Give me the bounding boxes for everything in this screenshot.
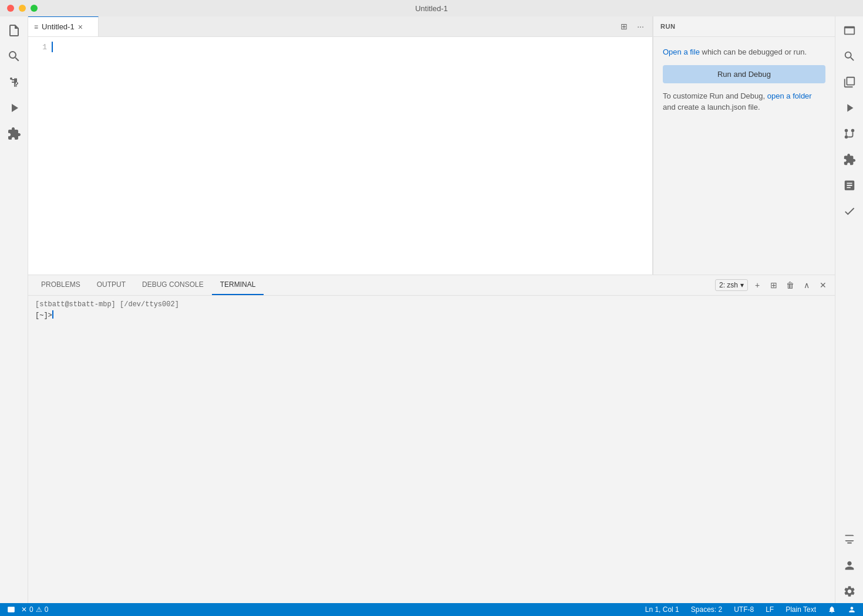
svg-point-0 <box>844 136 848 139</box>
chevron-down-icon: ▾ <box>740 281 744 289</box>
svg-point-1 <box>851 129 854 133</box>
run-right-icon[interactable] <box>838 96 861 120</box>
right-sidebar <box>835 16 863 603</box>
warning-count: 0 <box>45 605 49 614</box>
cursor-line <box>52 42 652 52</box>
search-right-icon[interactable] <box>838 45 861 68</box>
svg-point-2 <box>844 129 848 133</box>
close-button[interactable] <box>7 5 14 12</box>
terminal-user-host: [stbatt@stbatt-mbp] [/dev/ttys002] <box>35 299 179 310</box>
remote-explorer-icon[interactable] <box>838 19 861 42</box>
bottom-panel: PROBLEMS OUTPUT DEBUG CONSOLE TERMINAL 2… <box>28 275 835 345</box>
line-ending[interactable]: LF <box>763 605 776 614</box>
cursor-position[interactable]: Ln 1, Col 1 <box>643 605 682 614</box>
error-icon: ✕ <box>21 605 27 614</box>
notifications-icon[interactable] <box>825 605 838 614</box>
remote-status-item[interactable] <box>5 605 18 614</box>
warning-icon: ⚠ <box>36 605 42 614</box>
split-terminal-button[interactable]: ⊞ <box>767 278 781 292</box>
test-icon[interactable] <box>838 199 861 223</box>
search-icon[interactable] <box>2 45 26 68</box>
terminal-panel-icon[interactable] <box>838 528 861 551</box>
window-title: Untitled-1 <box>415 4 448 13</box>
extensions-icon[interactable] <box>2 122 26 145</box>
line-numbers: 1 <box>28 37 52 275</box>
tab-terminal[interactable]: TERMINAL <box>212 275 264 295</box>
terminal-line-1: [stbatt@stbatt-mbp] [/dev/ttys002] <box>35 299 828 310</box>
status-right: Ln 1, Col 1 Spaces: 2 UTF-8 LF Plain Tex… <box>643 605 858 614</box>
titlebar: Untitled-1 <box>0 0 863 16</box>
add-terminal-button[interactable]: + <box>750 278 764 292</box>
open-folder-link[interactable]: open a folder <box>767 92 812 100</box>
extensions-right-icon[interactable] <box>838 148 861 171</box>
terminal-prompt: [~]> <box>35 310 52 321</box>
timeline-icon[interactable] <box>838 70 861 94</box>
tab-output[interactable]: OUTPUT <box>89 275 134 295</box>
below-panel-area <box>28 345 835 603</box>
more-actions-button[interactable]: ··· <box>633 19 648 33</box>
maximize-button[interactable] <box>31 5 38 12</box>
run-panel-description: Open a file which can be debugged or run… <box>663 46 825 58</box>
run-debug-activity-icon[interactable] <box>2 96 26 120</box>
run-panel-content: Open a file which can be debugged or run… <box>653 37 835 123</box>
terminal-content[interactable]: [stbatt@stbatt-mbp] [/dev/ttys002] [~]> <box>28 296 835 345</box>
notebook-icon[interactable] <box>838 174 861 197</box>
language-mode[interactable]: Plain Text <box>783 605 818 614</box>
tab-bar: ≡ Untitled-1 × ⊞ ··· <box>28 16 652 37</box>
error-count: 0 <box>29 605 33 614</box>
status-bar: ✕ 0 ⚠ 0 Ln 1, Col 1 Spaces: 2 UTF-8 LF P… <box>0 603 863 616</box>
terminal-selector[interactable]: 2: zsh ▾ <box>715 279 748 291</box>
settings-icon[interactable] <box>838 580 861 603</box>
traffic-lights <box>7 5 38 12</box>
editor-content[interactable]: 1 <box>28 37 652 275</box>
content-area: ≡ Untitled-1 × ⊞ ··· 1 <box>28 16 863 603</box>
status-left: ✕ 0 ⚠ 0 <box>5 605 48 614</box>
tab-close-button[interactable]: × <box>78 23 83 31</box>
indentation[interactable]: Spaces: 2 <box>689 605 724 614</box>
editor-container: ≡ Untitled-1 × ⊞ ··· 1 <box>28 16 835 275</box>
errors-warnings[interactable]: ✕ 0 ⚠ 0 <box>21 605 48 614</box>
editor-tab-untitled[interactable]: ≡ Untitled-1 × <box>28 16 99 36</box>
text-cursor <box>52 42 53 52</box>
minimize-button[interactable] <box>19 5 26 12</box>
open-file-link[interactable]: Open a file <box>663 48 700 56</box>
run-panel: RUN Open a file which can be debugged or… <box>653 16 835 275</box>
run-customize-description: To customize Run and Debug, open a folde… <box>663 90 825 113</box>
encoding[interactable]: UTF-8 <box>731 605 756 614</box>
tab-actions: ⊞ ··· <box>617 16 652 36</box>
run-panel-header: RUN <box>653 16 835 37</box>
explorer-icon[interactable] <box>2 19 26 42</box>
main-layout: ≡ Untitled-1 × ⊞ ··· 1 <box>0 16 863 603</box>
editor-textarea[interactable] <box>52 37 652 275</box>
split-editor-button[interactable]: ⊞ <box>617 19 631 33</box>
source-control-icon[interactable] <box>2 70 26 94</box>
run-and-debug-button[interactable]: Run and Debug <box>663 65 825 83</box>
activity-bar <box>0 16 28 603</box>
delete-terminal-button[interactable]: 🗑 <box>783 278 797 292</box>
tab-label: Untitled-1 <box>42 22 75 31</box>
tab-problems[interactable]: PROBLEMS <box>33 275 89 295</box>
git-icon[interactable] <box>838 122 861 145</box>
editor-panel-area: ≡ Untitled-1 × ⊞ ··· 1 <box>28 16 835 603</box>
terminal-cursor <box>52 310 53 319</box>
maximize-panel-button[interactable]: ∧ <box>800 278 814 292</box>
panel-tab-actions: 2: zsh ▾ + ⊞ 🗑 ∧ ✕ <box>715 278 835 292</box>
tab-debug-console[interactable]: DEBUG CONSOLE <box>134 275 212 295</box>
panel-tabs: PROBLEMS OUTPUT DEBUG CONSOLE TERMINAL 2… <box>28 275 835 296</box>
close-panel-button[interactable]: ✕ <box>816 278 830 292</box>
account-icon[interactable] <box>838 554 861 577</box>
editor-pane: ≡ Untitled-1 × ⊞ ··· 1 <box>28 16 653 275</box>
terminal-line-2: [~]> <box>35 310 828 321</box>
account-status-icon[interactable] <box>845 605 858 614</box>
